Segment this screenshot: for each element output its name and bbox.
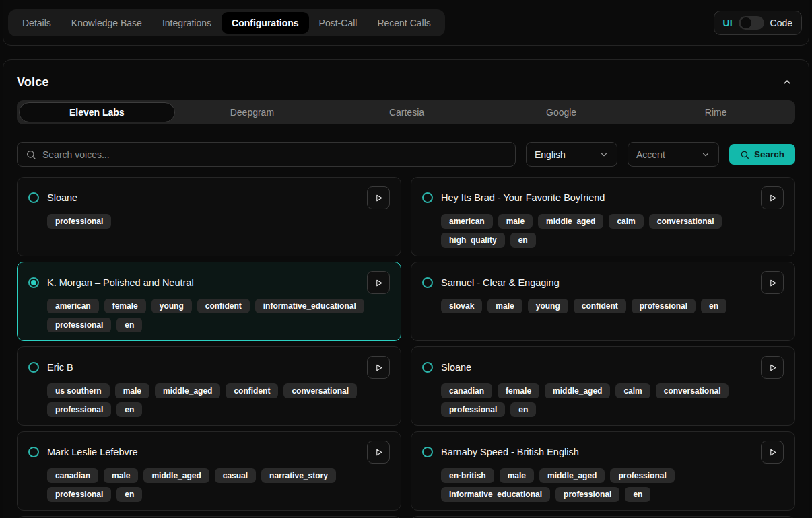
voice-tag: en bbox=[510, 233, 536, 248]
voice-card-header: Barnaby Speed - British English bbox=[422, 441, 784, 464]
play-voice-button[interactable] bbox=[761, 356, 784, 379]
voice-card-header: Sloane bbox=[28, 186, 390, 209]
voice-radio[interactable] bbox=[422, 277, 433, 288]
voice-tag: en bbox=[116, 487, 142, 502]
voice-tag: calm bbox=[615, 383, 650, 398]
ui-code-toggle: UI Code bbox=[714, 11, 802, 35]
nav-tab-recent-calls[interactable]: Recent Calls bbox=[367, 12, 440, 34]
voice-card[interactable]: Barnaby Speed - British English en-briti… bbox=[411, 431, 795, 511]
voice-radio[interactable] bbox=[28, 192, 39, 203]
voice-tag: middle_aged bbox=[538, 214, 603, 229]
voice-tag: middle_aged bbox=[143, 468, 209, 483]
toggle-code-label[interactable]: Code bbox=[770, 17, 792, 28]
play-icon bbox=[768, 448, 777, 457]
nav-tab-configurations[interactable]: Configurations bbox=[222, 12, 309, 34]
voice-card-header: Eric B bbox=[28, 356, 390, 379]
voice-tag: professional bbox=[47, 402, 111, 417]
voice-radio[interactable] bbox=[28, 447, 39, 457]
voice-tag: male bbox=[498, 214, 533, 229]
play-voice-button[interactable] bbox=[761, 271, 784, 294]
voice-name: Eric B bbox=[47, 362, 73, 373]
voice-tag: conversational bbox=[283, 383, 357, 398]
search-voices-input[interactable] bbox=[42, 149, 507, 160]
voice-panel-title: Voice bbox=[17, 75, 49, 89]
collapse-panel-button[interactable] bbox=[779, 74, 795, 90]
search-icon bbox=[740, 150, 749, 159]
voice-tags: canadianfemalemiddle_agedcalmconversatio… bbox=[441, 383, 784, 417]
play-voice-button[interactable] bbox=[367, 356, 390, 379]
voice-card-header: Mark Leslie Lefebvre bbox=[28, 441, 390, 464]
voice-card[interactable]: Sloane canadianfemalemiddle_agedcalmconv… bbox=[411, 346, 795, 426]
voice-tag: us southern bbox=[47, 383, 110, 398]
play-voice-button[interactable] bbox=[761, 441, 784, 464]
provider-tabs: Eleven LabsDeepgramCartesiaGoogleRime bbox=[17, 100, 795, 124]
voice-tag: middle_aged bbox=[539, 468, 605, 483]
accent-select-value: Accent bbox=[636, 149, 665, 160]
voice-card[interactable]: Sloane professional bbox=[17, 177, 401, 256]
voice-radio[interactable] bbox=[422, 362, 433, 373]
voice-tag: en bbox=[701, 299, 726, 313]
nav-tab-post-call[interactable]: Post-Call bbox=[309, 12, 368, 34]
language-select[interactable]: English bbox=[526, 142, 617, 167]
provider-tab-cartesia[interactable]: Cartesia bbox=[329, 102, 484, 122]
voice-tag: informative_educational bbox=[255, 299, 364, 313]
search-button[interactable]: Search bbox=[729, 144, 795, 165]
provider-tab-deepgram[interactable]: Deepgram bbox=[175, 102, 330, 122]
voice-tag: male bbox=[500, 468, 534, 483]
voice-card-header: Sloane bbox=[422, 356, 784, 379]
voice-tags: us southernmalemiddle_agedconfidentconve… bbox=[47, 383, 390, 417]
voice-card[interactable]: Hey Its Brad - Your Favorite Boyfriend a… bbox=[411, 177, 795, 256]
voice-name: Sloane bbox=[441, 362, 471, 373]
play-voice-button[interactable] bbox=[367, 441, 390, 464]
voice-tag: en bbox=[625, 487, 650, 502]
play-voice-button[interactable] bbox=[367, 271, 390, 294]
voice-tag: confident bbox=[226, 383, 278, 398]
voice-tag: en bbox=[116, 402, 142, 417]
play-icon bbox=[374, 194, 383, 202]
play-icon bbox=[768, 194, 777, 202]
nav-tab-details[interactable]: Details bbox=[12, 12, 61, 34]
search-icon bbox=[26, 149, 36, 160]
voice-radio[interactable] bbox=[28, 277, 39, 288]
language-select-value: English bbox=[535, 149, 566, 160]
voice-name: Hey Its Brad - Your Favorite Boyfriend bbox=[441, 192, 605, 203]
voice-name: Sloane bbox=[47, 192, 77, 203]
voice-tags: slovakmaleyoungconfidentprofessionalen bbox=[441, 299, 784, 313]
voice-card[interactable]: K. Morgan – Polished and Neutral america… bbox=[17, 262, 401, 341]
play-voice-button[interactable] bbox=[761, 186, 784, 209]
voice-tag: female bbox=[104, 299, 146, 313]
voice-tags: americanmalemiddle_agedcalmconversationa… bbox=[441, 214, 784, 248]
voice-radio[interactable] bbox=[422, 192, 433, 203]
nav-tab-integrations[interactable]: Integrations bbox=[152, 12, 222, 34]
voice-tag: informative_educational bbox=[441, 487, 550, 502]
voice-search-row: English Accent Search bbox=[17, 142, 795, 167]
play-icon bbox=[374, 363, 383, 372]
voice-tag: professional bbox=[47, 487, 111, 502]
voice-card[interactable]: Eric B us southernmalemiddle_agedconfide… bbox=[17, 346, 401, 426]
voice-name: Barnaby Speed - British English bbox=[441, 447, 579, 457]
provider-tab-rime[interactable]: Rime bbox=[638, 102, 793, 122]
play-icon bbox=[374, 448, 383, 457]
ui-code-switch[interactable] bbox=[739, 16, 764, 30]
voice-radio[interactable] bbox=[422, 447, 433, 457]
voice-tag: male bbox=[115, 383, 149, 398]
voice-radio[interactable] bbox=[28, 362, 39, 373]
voice-card[interactable]: Mark Leslie Lefebvre canadianmalemiddle_… bbox=[17, 431, 401, 511]
voice-panel: Voice Eleven LabsDeepgramCartesiaGoogleR… bbox=[3, 59, 809, 518]
voice-tag: casual bbox=[215, 468, 256, 483]
accent-select[interactable]: Accent bbox=[628, 142, 719, 167]
voice-tag: american bbox=[47, 299, 99, 313]
play-icon bbox=[768, 363, 777, 372]
voice-tags: americanfemaleyoungconfidentinformative_… bbox=[47, 299, 390, 332]
voice-tag: en bbox=[116, 318, 142, 332]
nav-tab-knowledge-base[interactable]: Knowledge Base bbox=[61, 12, 152, 34]
voice-tag: slovak bbox=[441, 299, 482, 313]
toggle-ui-label[interactable]: UI bbox=[723, 17, 733, 28]
provider-tab-google[interactable]: Google bbox=[484, 102, 639, 122]
voice-card-header: Hey Its Brad - Your Favorite Boyfriend bbox=[422, 186, 784, 209]
voice-card[interactable]: Samuel - Clear & Engaging slovakmaleyoun… bbox=[411, 262, 795, 341]
provider-tab-eleven-labs[interactable]: Eleven Labs bbox=[19, 102, 175, 122]
voice-tag: young bbox=[151, 299, 192, 313]
play-voice-button[interactable] bbox=[367, 186, 390, 209]
chevron-up-icon bbox=[782, 77, 792, 87]
